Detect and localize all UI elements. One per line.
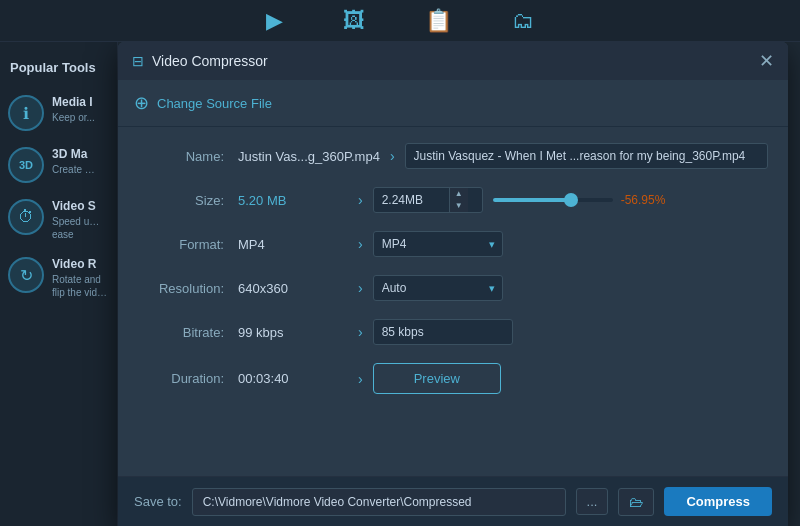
format-arrow-icon: › — [358, 236, 363, 252]
save-to-label: Save to: — [134, 494, 182, 509]
bitrate-source-value: 99 kbps — [238, 325, 348, 340]
sidebar-item-rotate-desc: Rotate and flip the video as you like — [52, 273, 109, 299]
folder-button[interactable]: 🗁 — [618, 488, 654, 516]
resolution-select-wrapper: Auto 640x360 1280x720 1920x1080 — [373, 275, 503, 301]
add-circle-icon: ⊕ — [134, 92, 149, 114]
form-area: Name: Justin Vas...g_360P.mp4 › Size: 5.… — [118, 127, 788, 526]
change-source-row[interactable]: ⊕ Change Source File — [118, 80, 788, 127]
speed-icon: ⏱ — [8, 199, 44, 235]
rotate-icon: ↻ — [8, 257, 44, 293]
size-slider-track[interactable] — [493, 198, 613, 202]
size-slider-value: -56.95% — [621, 193, 666, 207]
dialog-title: Video Compressor — [152, 53, 268, 69]
size-target-input[interactable] — [374, 188, 449, 212]
format-select[interactable]: MP4 AVI MOV MKV — [373, 231, 503, 257]
sidebar-item-3d-title: 3D Ma — [52, 147, 109, 161]
dots-button[interactable]: ... — [576, 488, 609, 515]
duration-arrow-icon: › — [358, 371, 363, 387]
3d-icon: 3D — [8, 147, 44, 183]
name-source-value: Justin Vas...g_360P.mp4 — [238, 149, 380, 164]
format-source-value: MP4 — [238, 237, 348, 252]
resolution-select[interactable]: Auto 640x360 1280x720 1920x1080 — [373, 275, 503, 301]
dialog-title-bar: ⊟ Video Compressor ✕ — [118, 42, 788, 80]
compress-button[interactable]: Compress — [664, 487, 772, 516]
size-spin-up[interactable]: ▲ — [450, 188, 468, 200]
sidebar-item-speed-desc: Speed u…ease — [52, 215, 109, 241]
bitrate-target-input[interactable] — [373, 319, 513, 345]
size-spinner: ▲ ▼ — [449, 188, 468, 212]
size-slider-area: -56.95% — [493, 193, 768, 207]
size-arrow-icon: › — [358, 192, 363, 208]
sidebar-item-video-rotate[interactable]: ↻ Video R Rotate and flip the video as y… — [0, 249, 117, 307]
sidebar-item-media-info-desc: Keep or... — [52, 111, 109, 124]
save-path-input[interactable] — [192, 488, 566, 516]
name-arrow-icon: › — [390, 148, 395, 164]
play-icon[interactable]: ▶ — [266, 8, 283, 34]
duration-source-value: 00:03:40 — [238, 371, 348, 386]
info-icon: ℹ — [8, 95, 44, 131]
preview-button[interactable]: Preview — [373, 363, 501, 394]
resolution-source-value: 640x360 — [238, 281, 348, 296]
video-compressor-dialog: ⊟ Video Compressor ✕ ⊕ Change Source Fil… — [118, 42, 788, 526]
top-nav: ▶ 🖼 📋 🗂 — [0, 0, 800, 42]
sidebar-item-media-info-title: Media I — [52, 95, 109, 109]
size-slider-thumb[interactable] — [564, 193, 578, 207]
name-label: Name: — [138, 149, 238, 164]
compressor-title-icon: ⊟ — [132, 53, 144, 69]
sidebar-item-rotate-title: Video R — [52, 257, 109, 271]
extra-icon[interactable]: 🗂 — [512, 8, 534, 34]
size-input-wrapper: ▲ ▼ — [373, 187, 483, 213]
sidebar: Popular Tools ℹ Media I Keep or... 3D 3D… — [0, 42, 118, 526]
sidebar-item-3d-desc: Create … — [52, 163, 109, 176]
dialog-close-button[interactable]: ✕ — [759, 52, 774, 70]
size-source-value: 5.20 MB — [238, 193, 348, 208]
duration-row: Duration: 00:03:40 › Preview — [138, 363, 768, 394]
size-slider-fill — [493, 198, 571, 202]
bitrate-row: Bitrate: 99 kbps › — [138, 319, 768, 345]
size-row: Size: 5.20 MB › ▲ ▼ — [138, 187, 768, 213]
format-select-wrapper: MP4 AVI MOV MKV — [373, 231, 503, 257]
sidebar-item-speed-title: Video S — [52, 199, 109, 213]
name-target-input[interactable] — [405, 143, 768, 169]
main-area: Popular Tools ℹ Media I Keep or... 3D 3D… — [0, 42, 800, 526]
format-row: Format: MP4 › MP4 AVI MOV MKV — [138, 231, 768, 257]
change-source-label: Change Source File — [157, 96, 272, 111]
sidebar-title: Popular Tools — [0, 52, 117, 87]
bitrate-arrow-icon: › — [358, 324, 363, 340]
size-label: Size: — [138, 193, 238, 208]
bitrate-label: Bitrate: — [138, 325, 238, 340]
image-icon[interactable]: 🖼 — [343, 8, 365, 34]
sidebar-item-3d-maker[interactable]: 3D 3D Ma Create … — [0, 139, 117, 191]
sidebar-item-media-info[interactable]: ℹ Media I Keep or... — [0, 87, 117, 139]
format-label: Format: — [138, 237, 238, 252]
resolution-arrow-icon: › — [358, 280, 363, 296]
resolution-row: Resolution: 640x360 › Auto 640x360 1280x… — [138, 275, 768, 301]
bottom-bar: Save to: ... 🗁 Compress — [118, 476, 788, 526]
duration-label: Duration: — [138, 371, 238, 386]
folder-icon: 🗁 — [629, 494, 643, 510]
toolbox-icon[interactable]: 📋 — [425, 8, 452, 34]
resolution-label: Resolution: — [138, 281, 238, 296]
size-spin-down[interactable]: ▼ — [450, 200, 468, 212]
name-row: Name: Justin Vas...g_360P.mp4 › — [138, 143, 768, 169]
sidebar-item-video-speed[interactable]: ⏱ Video S Speed u…ease — [0, 191, 117, 249]
content-pane: ⊟ Video Compressor ✕ ⊕ Change Source Fil… — [118, 42, 800, 526]
